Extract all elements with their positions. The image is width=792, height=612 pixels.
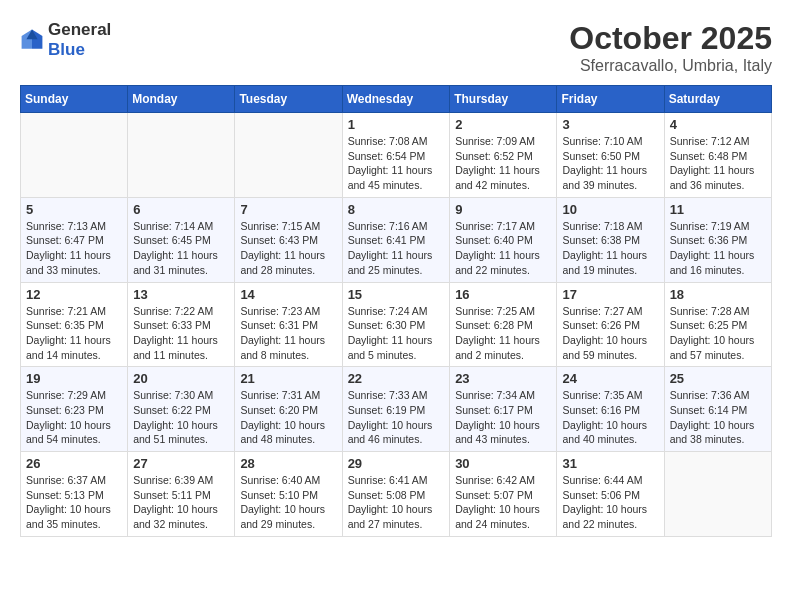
logo-icon	[20, 28, 44, 52]
day-cell: 30Sunrise: 6:42 AM Sunset: 5:07 PM Dayli…	[450, 452, 557, 537]
day-number: 14	[240, 287, 336, 302]
day-info: Sunrise: 6:37 AM Sunset: 5:13 PM Dayligh…	[26, 473, 122, 532]
day-cell: 10Sunrise: 7:18 AM Sunset: 6:38 PM Dayli…	[557, 197, 664, 282]
logo-blue-text: Blue	[48, 40, 85, 59]
day-cell	[128, 113, 235, 198]
day-cell: 22Sunrise: 7:33 AM Sunset: 6:19 PM Dayli…	[342, 367, 450, 452]
day-cell	[21, 113, 128, 198]
day-cell: 14Sunrise: 7:23 AM Sunset: 6:31 PM Dayli…	[235, 282, 342, 367]
day-info: Sunrise: 7:19 AM Sunset: 6:36 PM Dayligh…	[670, 219, 766, 278]
day-number: 19	[26, 371, 122, 386]
calendar: SundayMondayTuesdayWednesdayThursdayFrid…	[20, 85, 772, 537]
day-info: Sunrise: 6:40 AM Sunset: 5:10 PM Dayligh…	[240, 473, 336, 532]
day-info: Sunrise: 7:36 AM Sunset: 6:14 PM Dayligh…	[670, 388, 766, 447]
day-cell: 1Sunrise: 7:08 AM Sunset: 6:54 PM Daylig…	[342, 113, 450, 198]
day-cell: 19Sunrise: 7:29 AM Sunset: 6:23 PM Dayli…	[21, 367, 128, 452]
day-header-monday: Monday	[128, 86, 235, 113]
day-number: 15	[348, 287, 445, 302]
day-cell: 11Sunrise: 7:19 AM Sunset: 6:36 PM Dayli…	[664, 197, 771, 282]
day-info: Sunrise: 7:28 AM Sunset: 6:25 PM Dayligh…	[670, 304, 766, 363]
day-info: Sunrise: 7:18 AM Sunset: 6:38 PM Dayligh…	[562, 219, 658, 278]
day-cell: 29Sunrise: 6:41 AM Sunset: 5:08 PM Dayli…	[342, 452, 450, 537]
day-number: 4	[670, 117, 766, 132]
day-info: Sunrise: 7:29 AM Sunset: 6:23 PM Dayligh…	[26, 388, 122, 447]
day-info: Sunrise: 7:08 AM Sunset: 6:54 PM Dayligh…	[348, 134, 445, 193]
day-info: Sunrise: 6:39 AM Sunset: 5:11 PM Dayligh…	[133, 473, 229, 532]
day-cell: 17Sunrise: 7:27 AM Sunset: 6:26 PM Dayli…	[557, 282, 664, 367]
day-number: 12	[26, 287, 122, 302]
week-row-4: 19Sunrise: 7:29 AM Sunset: 6:23 PM Dayli…	[21, 367, 772, 452]
day-number: 6	[133, 202, 229, 217]
day-header-saturday: Saturday	[664, 86, 771, 113]
day-info: Sunrise: 7:34 AM Sunset: 6:17 PM Dayligh…	[455, 388, 551, 447]
logo-general-text: General	[48, 20, 111, 39]
day-cell: 5Sunrise: 7:13 AM Sunset: 6:47 PM Daylig…	[21, 197, 128, 282]
day-info: Sunrise: 6:42 AM Sunset: 5:07 PM Dayligh…	[455, 473, 551, 532]
day-cell: 20Sunrise: 7:30 AM Sunset: 6:22 PM Dayli…	[128, 367, 235, 452]
days-header-row: SundayMondayTuesdayWednesdayThursdayFrid…	[21, 86, 772, 113]
day-info: Sunrise: 7:23 AM Sunset: 6:31 PM Dayligh…	[240, 304, 336, 363]
week-row-1: 1Sunrise: 7:08 AM Sunset: 6:54 PM Daylig…	[21, 113, 772, 198]
day-info: Sunrise: 7:15 AM Sunset: 6:43 PM Dayligh…	[240, 219, 336, 278]
month-title: October 2025	[569, 20, 772, 57]
day-number: 17	[562, 287, 658, 302]
day-cell: 2Sunrise: 7:09 AM Sunset: 6:52 PM Daylig…	[450, 113, 557, 198]
day-info: Sunrise: 7:27 AM Sunset: 6:26 PM Dayligh…	[562, 304, 658, 363]
day-number: 16	[455, 287, 551, 302]
week-row-5: 26Sunrise: 6:37 AM Sunset: 5:13 PM Dayli…	[21, 452, 772, 537]
day-cell: 15Sunrise: 7:24 AM Sunset: 6:30 PM Dayli…	[342, 282, 450, 367]
day-number: 28	[240, 456, 336, 471]
day-cell: 7Sunrise: 7:15 AM Sunset: 6:43 PM Daylig…	[235, 197, 342, 282]
day-info: Sunrise: 7:35 AM Sunset: 6:16 PM Dayligh…	[562, 388, 658, 447]
day-cell: 24Sunrise: 7:35 AM Sunset: 6:16 PM Dayli…	[557, 367, 664, 452]
day-cell: 4Sunrise: 7:12 AM Sunset: 6:48 PM Daylig…	[664, 113, 771, 198]
day-number: 1	[348, 117, 445, 132]
day-header-tuesday: Tuesday	[235, 86, 342, 113]
day-cell	[664, 452, 771, 537]
day-number: 26	[26, 456, 122, 471]
day-cell: 27Sunrise: 6:39 AM Sunset: 5:11 PM Dayli…	[128, 452, 235, 537]
day-header-friday: Friday	[557, 86, 664, 113]
day-cell: 23Sunrise: 7:34 AM Sunset: 6:17 PM Dayli…	[450, 367, 557, 452]
day-number: 8	[348, 202, 445, 217]
day-info: Sunrise: 6:41 AM Sunset: 5:08 PM Dayligh…	[348, 473, 445, 532]
week-row-2: 5Sunrise: 7:13 AM Sunset: 6:47 PM Daylig…	[21, 197, 772, 282]
day-cell: 26Sunrise: 6:37 AM Sunset: 5:13 PM Dayli…	[21, 452, 128, 537]
day-cell: 21Sunrise: 7:31 AM Sunset: 6:20 PM Dayli…	[235, 367, 342, 452]
logo: General Blue	[20, 20, 111, 60]
day-number: 30	[455, 456, 551, 471]
day-number: 9	[455, 202, 551, 217]
day-info: Sunrise: 7:21 AM Sunset: 6:35 PM Dayligh…	[26, 304, 122, 363]
day-number: 23	[455, 371, 551, 386]
day-info: Sunrise: 7:31 AM Sunset: 6:20 PM Dayligh…	[240, 388, 336, 447]
subtitle: Sferracavallo, Umbria, Italy	[569, 57, 772, 75]
day-number: 25	[670, 371, 766, 386]
day-number: 13	[133, 287, 229, 302]
day-number: 2	[455, 117, 551, 132]
day-number: 7	[240, 202, 336, 217]
week-row-3: 12Sunrise: 7:21 AM Sunset: 6:35 PM Dayli…	[21, 282, 772, 367]
day-cell: 12Sunrise: 7:21 AM Sunset: 6:35 PM Dayli…	[21, 282, 128, 367]
day-info: Sunrise: 7:30 AM Sunset: 6:22 PM Dayligh…	[133, 388, 229, 447]
day-cell: 18Sunrise: 7:28 AM Sunset: 6:25 PM Dayli…	[664, 282, 771, 367]
day-info: Sunrise: 7:17 AM Sunset: 6:40 PM Dayligh…	[455, 219, 551, 278]
day-info: Sunrise: 7:24 AM Sunset: 6:30 PM Dayligh…	[348, 304, 445, 363]
day-number: 3	[562, 117, 658, 132]
logo-text: General Blue	[48, 20, 111, 60]
day-number: 22	[348, 371, 445, 386]
day-cell: 13Sunrise: 7:22 AM Sunset: 6:33 PM Dayli…	[128, 282, 235, 367]
day-number: 20	[133, 371, 229, 386]
day-header-sunday: Sunday	[21, 86, 128, 113]
day-info: Sunrise: 7:10 AM Sunset: 6:50 PM Dayligh…	[562, 134, 658, 193]
day-cell: 8Sunrise: 7:16 AM Sunset: 6:41 PM Daylig…	[342, 197, 450, 282]
day-number: 31	[562, 456, 658, 471]
day-info: Sunrise: 7:16 AM Sunset: 6:41 PM Dayligh…	[348, 219, 445, 278]
day-info: Sunrise: 7:33 AM Sunset: 6:19 PM Dayligh…	[348, 388, 445, 447]
day-header-thursday: Thursday	[450, 86, 557, 113]
header: General Blue October 2025 Sferracavallo,…	[20, 20, 772, 75]
day-info: Sunrise: 7:14 AM Sunset: 6:45 PM Dayligh…	[133, 219, 229, 278]
day-number: 24	[562, 371, 658, 386]
day-info: Sunrise: 7:09 AM Sunset: 6:52 PM Dayligh…	[455, 134, 551, 193]
day-header-wednesday: Wednesday	[342, 86, 450, 113]
day-number: 10	[562, 202, 658, 217]
